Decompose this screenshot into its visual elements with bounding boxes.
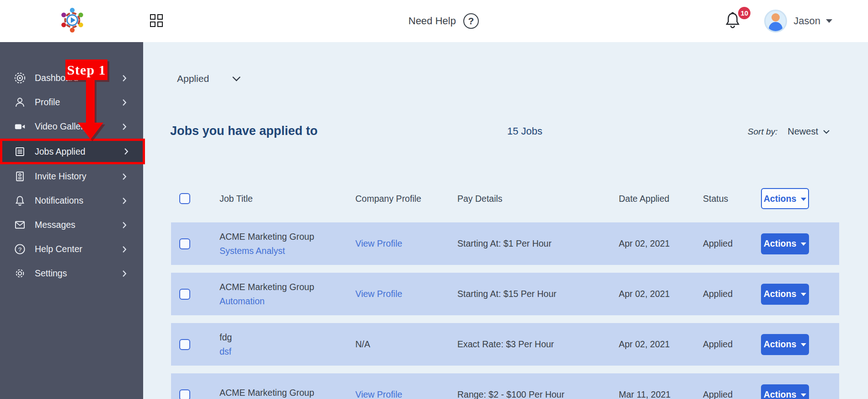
user-name: Jason [793, 15, 820, 27]
jobs-table: Job Title Company Profile Pay Details Da… [171, 186, 839, 399]
caret-down-icon [801, 394, 806, 397]
table-row: fdg dsf N/A Exact Rate: $3 Per Hour Apr … [171, 323, 839, 366]
notifications-bell-button[interactable]: 10 [725, 11, 740, 31]
app: Need Help ? 10 Jason Das [0, 0, 868, 399]
date-applied: Apr 02, 2021 [615, 339, 697, 350]
video-camera-icon [14, 120, 26, 133]
question-circle-icon: ? [463, 13, 479, 29]
invite-history-icon [14, 170, 26, 183]
sort-dropdown[interactable]: Newest [788, 126, 830, 137]
need-help-label: Need Help [408, 15, 456, 27]
row-checkbox[interactable] [179, 389, 190, 399]
sidebar-item-label: Invite History [35, 171, 122, 182]
row-actions-button[interactable]: Actions [761, 334, 809, 355]
profile-icon [14, 96, 26, 108]
status-value: Applied [697, 238, 755, 249]
view-profile-link[interactable]: View Profile [355, 289, 402, 299]
view-profile-link[interactable]: View Profile [355, 389, 402, 399]
chevron-right-icon [124, 148, 129, 155]
pay-details: Starting At: $15 Per Hour [455, 289, 615, 299]
dashboard-icon [14, 72, 26, 84]
sidebar-item-notifications[interactable]: Notifications [0, 189, 143, 213]
sidebar-item-label: Jobs Applied [35, 146, 124, 157]
company-profile-na: N/A [355, 339, 370, 349]
sidebar-item-help-center[interactable]: ? Help Center [0, 237, 143, 261]
row-actions-label: Actions [764, 238, 797, 249]
col-status: Status [697, 194, 755, 204]
top-header: Need Help ? 10 Jason [0, 0, 868, 42]
job-title-link[interactable]: Automation [220, 296, 352, 307]
sidebar-item-profile[interactable]: Profile [0, 90, 143, 114]
pay-details: Exact Rate: $3 Per Hour [455, 339, 615, 350]
job-title-link[interactable]: Systems Analyst [220, 246, 352, 256]
sort-group: Sort by: Newest [748, 126, 830, 137]
job-title-link[interactable]: dsf [220, 346, 352, 357]
sidebar-item-label: Profile [35, 97, 122, 108]
col-company-profile: Company Profile [352, 194, 455, 204]
view-profile-link[interactable]: View Profile [355, 238, 402, 248]
chevron-right-icon [122, 270, 127, 277]
caret-down-icon [801, 343, 806, 346]
status-filter-dropdown[interactable]: Applied [177, 73, 868, 85]
header-right-group: 10 Jason [725, 0, 832, 42]
row-checkbox[interactable] [179, 238, 190, 249]
chevron-right-icon [122, 123, 127, 130]
status-filter-value: Applied [177, 73, 209, 84]
envelope-icon [14, 219, 26, 231]
date-applied: Mar 11, 2021 [615, 389, 697, 399]
chevron-right-icon [122, 197, 127, 205]
brand-logo-icon[interactable] [59, 6, 86, 34]
caret-down-icon [801, 293, 806, 296]
company-name: ACME Marketing Group [220, 282, 352, 292]
sidebar-item-video-gallery[interactable]: Video Gallery [0, 114, 143, 139]
sidebar-item-settings[interactable]: Settings [0, 261, 143, 286]
date-applied: Apr 02, 2021 [615, 238, 697, 249]
chevron-right-icon [122, 246, 127, 253]
status-value: Applied [697, 339, 755, 350]
question-circle-icon: ? [14, 243, 26, 255]
row-actions-button[interactable]: Actions [761, 233, 809, 254]
chevron-down-icon [232, 76, 241, 81]
row-actions-button[interactable]: Actions [761, 384, 809, 399]
company-name: ACME Marketing Group [220, 232, 352, 242]
page-title: Jobs you have applied to [170, 124, 318, 138]
step-badge: Step 1 [65, 59, 107, 80]
user-avatar[interactable] [764, 10, 787, 32]
row-actions-button[interactable]: Actions [761, 284, 809, 305]
caret-down-icon [801, 243, 806, 246]
row-checkbox[interactable] [179, 339, 190, 350]
col-pay-details: Pay Details [455, 194, 615, 204]
user-menu-caret-icon[interactable] [826, 19, 832, 23]
arrow-down-icon [86, 79, 95, 124]
date-applied: Apr 02, 2021 [615, 289, 697, 299]
table-row: ACME Marketing Group Systems Analyst Vie… [171, 222, 839, 265]
sidebar-item-label: Notifications [35, 195, 122, 206]
status-value: Applied [697, 289, 755, 299]
table-row: ACME Marketing Group Automation View Pro… [171, 273, 839, 315]
arrow-head-icon [78, 123, 103, 140]
bulk-actions-label: Actions [764, 194, 797, 204]
sidebar-item-label: Settings [35, 268, 122, 279]
chevron-right-icon [122, 75, 127, 82]
sidebar-item-jobs-applied[interactable]: Jobs Applied [0, 139, 145, 164]
jobs-count: 15 Jobs [507, 125, 542, 137]
table-row: ACME Marketing Group View Profile Range:… [171, 373, 839, 399]
row-actions-label: Actions [764, 389, 797, 399]
sidebar-nav: Dashboard Profile Video Gallery Jobs App… [0, 42, 143, 399]
chevron-right-icon [122, 173, 127, 180]
row-actions-label: Actions [764, 289, 797, 299]
sidebar-item-messages[interactable]: Messages [0, 213, 143, 237]
col-date-applied: Date Applied [615, 194, 697, 204]
row-checkbox[interactable] [179, 289, 190, 300]
need-help-button[interactable]: Need Help ? [408, 0, 479, 42]
apps-grid-icon[interactable] [150, 14, 163, 27]
sidebar-item-invite-history[interactable]: Invite History [0, 164, 143, 189]
row-actions-label: Actions [764, 339, 797, 350]
chevron-right-icon [122, 99, 127, 106]
select-all-checkbox[interactable] [179, 193, 190, 204]
sort-by-label: Sort by: [748, 127, 777, 137]
pay-details: Range: $2 - $100 Per Hour [455, 389, 615, 399]
chevron-down-icon [823, 129, 830, 134]
company-name: ACME Marketing Group [220, 388, 352, 398]
bulk-actions-button[interactable]: Actions [761, 188, 809, 209]
